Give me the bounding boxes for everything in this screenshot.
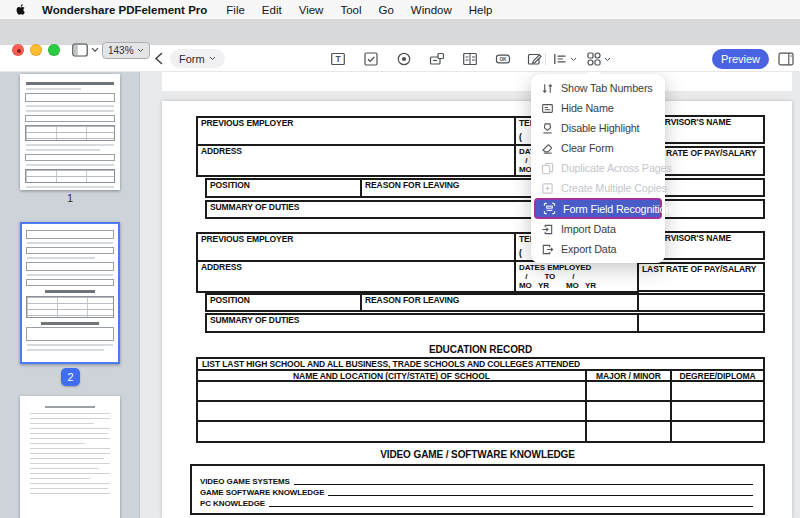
panel-left-icon [72, 43, 88, 57]
svg-text:OK: OK [499, 57, 507, 62]
alignment-dropdown-button[interactable] [552, 51, 577, 67]
page-thumbnail-1[interactable] [20, 74, 120, 190]
zoom-window-button[interactable] [48, 44, 60, 56]
window-chrome: 143% [0, 19, 800, 45]
education-row2-school[interactable] [196, 400, 587, 422]
menu-item-duplicate-across-pages: Duplicate Across Pages [531, 158, 665, 178]
page-thumbnail-3[interactable] [20, 396, 120, 518]
page-panel-toggle-button[interactable] [778, 52, 794, 66]
previous-page-bottom-edge[interactable] [162, 72, 792, 91]
tab-numbers-icon [541, 82, 554, 95]
field-reason-2[interactable]: REASON FOR LEAVING [360, 293, 639, 312]
education-row1-major[interactable] [585, 380, 672, 402]
menu-item-edit[interactable]: Edit [262, 4, 282, 16]
fill-in-line[interactable] [294, 484, 753, 485]
education-row1-school[interactable] [196, 380, 587, 402]
app-menu-title[interactable]: Wondershare PDFelement Pro [42, 4, 207, 16]
menu-item-import-data[interactable]: Import Data [531, 219, 665, 239]
chevron-down-icon [604, 57, 611, 62]
field-recognition-icon [543, 202, 556, 215]
form-options-grid-icon [586, 51, 602, 67]
pdf-page-2[interactable]: PREVIOUS EMPLOYER TELEPHONE( SUPERVISOR'… [162, 101, 792, 518]
preview-button[interactable]: Preview [712, 49, 769, 69]
digital-signature-tool-button[interactable] [527, 51, 543, 67]
form-mode-dropdown[interactable]: Form [170, 49, 225, 68]
zoom-level-value: 143% [108, 45, 134, 56]
education-record-title: EDUCATION RECORD [196, 344, 765, 355]
push-button-tool-button[interactable]: OK [495, 51, 511, 67]
more-form-options-button[interactable] [586, 51, 611, 67]
education-row3-school[interactable] [196, 420, 587, 443]
field-previous-employer-2[interactable]: PREVIOUS EMPLOYER [196, 232, 516, 262]
field-position-2[interactable]: POSITION [205, 293, 362, 312]
menu-item-form-field-recognition[interactable]: Form Field Recognition [534, 198, 662, 219]
back-button[interactable] [152, 51, 166, 66]
field-address-2[interactable]: ADDRESS [196, 260, 516, 293]
field-dates-employed-2[interactable]: DATES EMPLOYED / TO / MO YR MO YR [514, 260, 639, 293]
menu-item-hide-name[interactable]: Hide Name [531, 98, 665, 118]
education-row1-degree[interactable] [670, 380, 765, 402]
apple-menu-icon[interactable] [14, 2, 27, 17]
menu-item-export-data[interactable]: Export Data [531, 239, 665, 259]
align-icon [552, 51, 568, 67]
education-row2-degree[interactable] [670, 400, 765, 422]
eraser-icon [541, 142, 554, 155]
form-options-menu: Show Tab Numbers Hide Name Disable Highl… [531, 74, 665, 263]
video-knowledge-box[interactable]: VIDEO GAME SYSTEMS GAME SOFTWARE KNOWLED… [190, 464, 765, 515]
menu-item-clear-form[interactable]: Clear Form [531, 138, 665, 158]
macos-menu-bar: Wondershare PDFelement Pro File Edit Vie… [0, 0, 800, 19]
chevron-down-icon [209, 56, 216, 61]
copies-plus-icon [541, 182, 554, 195]
menu-item-create-multiple-copies: Create Multiple Copies [531, 178, 665, 198]
sidebar-toggle-button[interactable] [72, 43, 99, 57]
list-box-tool-button[interactable] [462, 51, 478, 67]
education-row2-major[interactable] [585, 400, 672, 422]
field-address-1[interactable]: ADDRESS [196, 144, 516, 177]
duplicate-icon [541, 162, 554, 175]
checkbox-tool-button[interactable] [363, 51, 379, 67]
menu-item-view[interactable]: View [299, 4, 324, 16]
minimize-window-button[interactable] [30, 44, 42, 56]
toolbar-divider [545, 53, 546, 65]
chevron-down-icon [137, 48, 144, 53]
field-last-rate-2[interactable]: LAST RATE OF PAY/SALARY [637, 262, 765, 292]
education-row3-degree[interactable] [670, 420, 765, 443]
page-number-2-selected-badge: 2 [61, 368, 80, 386]
menu-item-file[interactable]: File [226, 4, 245, 16]
menu-item-window[interactable]: Window [411, 4, 452, 16]
menu-item-tool[interactable]: Tool [340, 4, 361, 16]
pdfelement-window: Wondershare PDFelement Pro File Edit Vie… [0, 0, 800, 518]
menu-item-help[interactable]: Help [469, 4, 493, 16]
svg-text:T: T [335, 54, 341, 64]
radio-button-tool-button[interactable] [396, 51, 412, 67]
name-card-icon [541, 102, 554, 115]
education-row3-major[interactable] [585, 420, 672, 443]
zoom-level-control[interactable]: 143% [102, 42, 150, 59]
field-blank-2b[interactable] [637, 313, 765, 333]
field-summary-2[interactable]: SUMMARY OF DUTIES [205, 313, 639, 333]
fill-in-line[interactable] [328, 495, 753, 496]
page-thumbnail-2-selected[interactable] [20, 222, 120, 364]
text-field-tool-button[interactable]: T [330, 51, 346, 67]
chevron-down-icon [91, 47, 99, 53]
field-blank-2a[interactable] [637, 293, 765, 312]
video-knowledge-title: VIDEO GAME / SOFTWARE KNOWLEDGE [190, 449, 765, 460]
fill-in-line[interactable] [269, 506, 753, 507]
import-data-icon [541, 223, 554, 236]
field-previous-employer-1[interactable]: PREVIOUS EMPLOYER [196, 116, 516, 146]
chevron-down-icon [570, 57, 577, 62]
highlighter-icon [541, 122, 554, 135]
combo-box-tool-button[interactable] [429, 51, 445, 67]
export-data-icon [541, 243, 554, 256]
menu-item-show-tab-numbers[interactable]: Show Tab Numbers [531, 78, 665, 98]
close-window-button[interactable] [12, 44, 24, 56]
field-position-1[interactable]: POSITION [205, 178, 362, 198]
menu-item-go[interactable]: Go [379, 4, 394, 16]
page-number-1: 1 [20, 192, 120, 204]
menu-item-disable-highlight[interactable]: Disable Highlight [531, 118, 665, 138]
page-thumbnails-panel: 1 2 [0, 72, 140, 518]
